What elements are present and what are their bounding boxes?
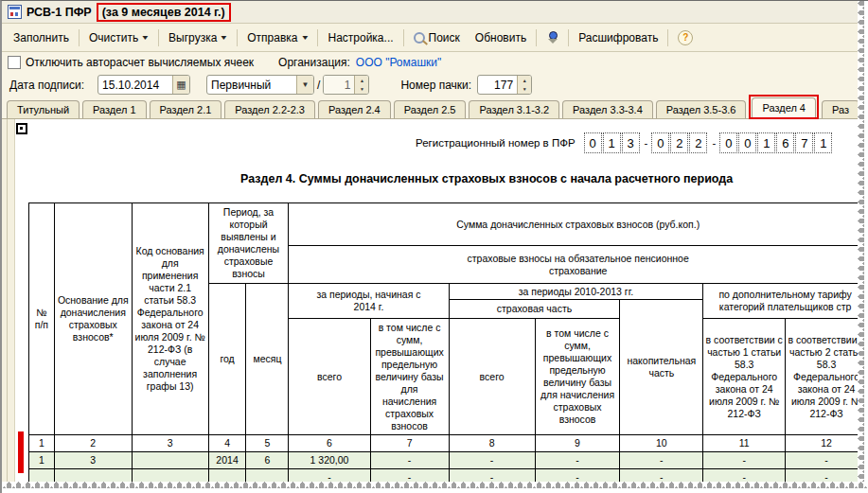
header-part1: в соответствии с частью 1 статьи 58.3 Фе… xyxy=(703,319,786,435)
reg-digit-cell: 3 xyxy=(622,132,640,153)
tab-раздел-2.1[interactable]: Раздел 2.1 xyxy=(150,100,222,118)
revision-spinner[interactable]: 1▲▼ xyxy=(323,75,369,95)
report-icon xyxy=(8,5,22,19)
refresh-button[interactable]: Обновить xyxy=(468,27,534,48)
unload-button[interactable]: Выгрузка▼ xyxy=(161,27,235,48)
tab-раздел-2.2-2.3[interactable]: Раздел 2.2-2.3 xyxy=(224,100,315,118)
header-insurance-part: страховая часть xyxy=(449,300,620,319)
header-2010-2013: за периоды 2010-2013 гг. xyxy=(449,284,703,300)
data-cell[interactable]: 6 xyxy=(246,452,289,469)
decipher-button[interactable]: Расшифровать xyxy=(571,27,665,48)
header-part2: в соответствии с частью 2 статьи 58.3 Фе… xyxy=(786,319,868,435)
reg-digit-cell: 0 xyxy=(719,132,737,153)
report-window: РСВ-1 ПФР (за 9 месяцев 2014 г.) Заполни… xyxy=(0,0,868,493)
autocalc-label: Отключить авторасчет вычисляемых ячеек xyxy=(26,56,254,69)
signature-date-value[interactable]: 15.10.2014 xyxy=(98,76,172,94)
column-number: 6 xyxy=(289,435,370,452)
header-total-2014: всего xyxy=(289,319,370,435)
pack-number-spinner[interactable]: 177▲▼ xyxy=(477,75,532,95)
calendar-button[interactable]: ▦ xyxy=(172,76,189,94)
data-cell[interactable]: 3 xyxy=(54,452,132,469)
reg-digit-cell: 7 xyxy=(795,132,813,153)
organization-link[interactable]: ООО "Ромашки" xyxy=(356,56,442,69)
help-icon: ? xyxy=(678,30,693,45)
spin-up-icon[interactable]: ▲ xyxy=(518,76,531,85)
chevron-down-icon[interactable]: ▼ xyxy=(296,76,313,94)
column-numbers-row: 123456789101112 xyxy=(29,435,868,452)
unload-label: Выгрузка xyxy=(168,31,217,44)
window-title: РСВ-1 ПФР xyxy=(27,6,92,19)
header-num: № п/п xyxy=(29,203,55,435)
reg-dash: - xyxy=(645,137,648,149)
section4-table: № п/п Основание для доначисления страхов… xyxy=(28,202,868,493)
data-cell[interactable]: - xyxy=(535,452,620,469)
form-left-gutter xyxy=(2,119,15,493)
column-number: 1 xyxy=(29,435,55,452)
tab-раздел-2.5[interactable]: Раздел 2.5 xyxy=(394,100,467,118)
calendar-icon: ▦ xyxy=(176,79,186,90)
search-button[interactable]: Поиск xyxy=(406,27,468,48)
spin-down-icon[interactable]: ▼ xyxy=(518,85,531,95)
column-number: 7 xyxy=(370,435,449,452)
report-kind-select[interactable]: Первичный▼ xyxy=(206,75,314,95)
data-cell[interactable] xyxy=(132,452,208,469)
section-title: Раздел 4. Суммы доначисленных страховых … xyxy=(240,172,733,185)
header-year: год xyxy=(208,284,246,435)
spinner-arrows[interactable]: ▲▼ xyxy=(354,76,368,94)
pack-number-value[interactable]: 177 xyxy=(478,76,517,94)
torn-edge-bottom xyxy=(2,482,868,493)
settings-button[interactable]: Настройка... xyxy=(320,27,400,48)
reg-digit-cell: 1 xyxy=(603,132,621,153)
reg-digit-cell: 0 xyxy=(738,132,756,153)
data-cell[interactable]: 2014 xyxy=(208,452,246,469)
reg-digit-cell: 6 xyxy=(776,132,794,153)
revision-value: 1 xyxy=(324,76,354,94)
header-month: месяц xyxy=(246,284,289,435)
tab-strip: ТитульныйРаздел 1Раздел 2.1Раздел 2.2-2.… xyxy=(2,97,868,119)
reg-digit-cell: 0 xyxy=(584,132,602,153)
refresh-label: Обновить xyxy=(475,31,526,44)
signature-date-field[interactable]: 15.10.2014▦ xyxy=(97,75,190,95)
settings-label: Настройка... xyxy=(328,31,393,44)
tab-раздел-4[interactable]: Раздел 4 xyxy=(752,97,816,117)
send-button[interactable]: Отправка▼ xyxy=(239,27,315,48)
tab-раздел-3.5-3.6[interactable]: Раздел 3.5-3.6 xyxy=(656,100,747,118)
tab-раздел-3.3-3.4[interactable]: Раздел 3.3-3.4 xyxy=(562,100,653,118)
header-add-tariff: по дополнительному тарифу категорий плат… xyxy=(703,284,868,319)
table-row: 13201461 320,00------ xyxy=(29,452,868,469)
data-cell[interactable]: - xyxy=(449,452,535,469)
data-cell[interactable]: 1 320,00 xyxy=(289,452,370,469)
header-savings-part: накопительная часть xyxy=(620,300,703,435)
fill-button[interactable]: Заполнить xyxy=(6,27,77,48)
autocalc-checkbox[interactable] xyxy=(8,56,21,69)
tab-раздел-2.4[interactable]: Раздел 2.4 xyxy=(318,100,391,118)
spinner-arrows[interactable]: ▲▼ xyxy=(517,76,531,94)
scroll-down-button[interactable] xyxy=(539,27,566,48)
data-cell[interactable]: - xyxy=(703,452,786,469)
tab-титульный[interactable]: Титульный xyxy=(7,100,80,118)
spin-up-icon[interactable]: ▲ xyxy=(355,76,368,85)
tab-раздел-1[interactable]: Раздел 1 xyxy=(82,100,147,118)
report-kind-value: Первичный xyxy=(207,76,296,94)
table-header: № п/п Основание для доначисления страхов… xyxy=(29,203,868,435)
reg-dash: - xyxy=(712,137,716,149)
reg-digit-cell: 1 xyxy=(757,132,775,153)
toolbar-separator xyxy=(568,29,569,46)
registration-row: Регистрационный номер в ПФР 013-022-0016… xyxy=(416,132,833,153)
tab-раз[interactable]: Раз xyxy=(822,100,859,118)
data-cell[interactable]: - xyxy=(370,452,449,469)
row-red-marker xyxy=(18,431,24,473)
tab-раздел-3.1-3.2[interactable]: Раздел 3.1-3.2 xyxy=(469,100,559,118)
data-cell[interactable]: - xyxy=(620,452,703,469)
chevron-down-icon: ▼ xyxy=(220,34,229,41)
spin-down-icon[interactable]: ▼ xyxy=(355,85,368,95)
column-number: 11 xyxy=(703,435,786,452)
data-cell[interactable]: 1 xyxy=(29,452,55,469)
clear-button[interactable]: Очистить▼ xyxy=(81,27,156,48)
header-from2014: за периоды, начиная с 2014 г. xyxy=(289,284,449,319)
data-cell[interactable]: - xyxy=(786,452,868,469)
help-button[interactable]: ? xyxy=(670,26,700,49)
column-number: 8 xyxy=(449,435,535,452)
toolbar: Заполнить Очистить▼ Выгрузка▼ Отправка▼ … xyxy=(2,24,868,52)
registration-label: Регистрационный номер в ПФР xyxy=(416,137,576,149)
